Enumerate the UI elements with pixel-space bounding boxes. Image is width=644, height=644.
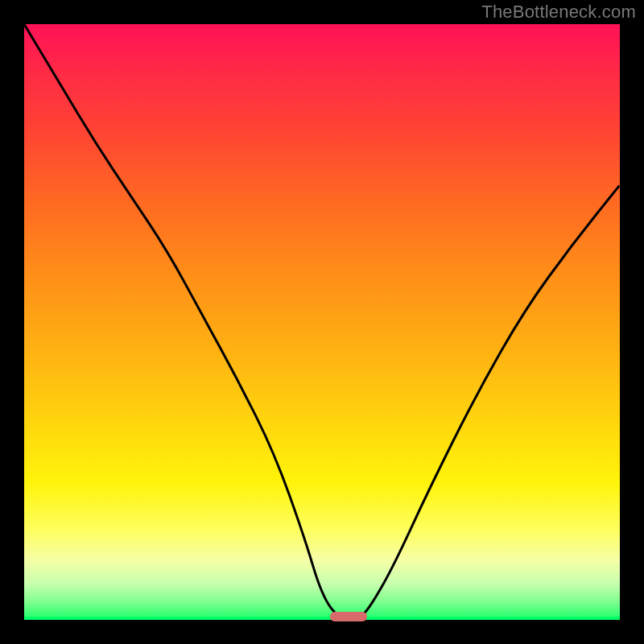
baseline-line [24,617,620,620]
chart-curve-svg [24,24,620,620]
chart-plot-area [24,24,620,620]
chart-frame: TheBottleneck.com [0,0,644,644]
minimum-marker-pill [330,612,367,621]
curve-path [24,24,620,620]
watermark-text: TheBottleneck.com [481,2,636,23]
